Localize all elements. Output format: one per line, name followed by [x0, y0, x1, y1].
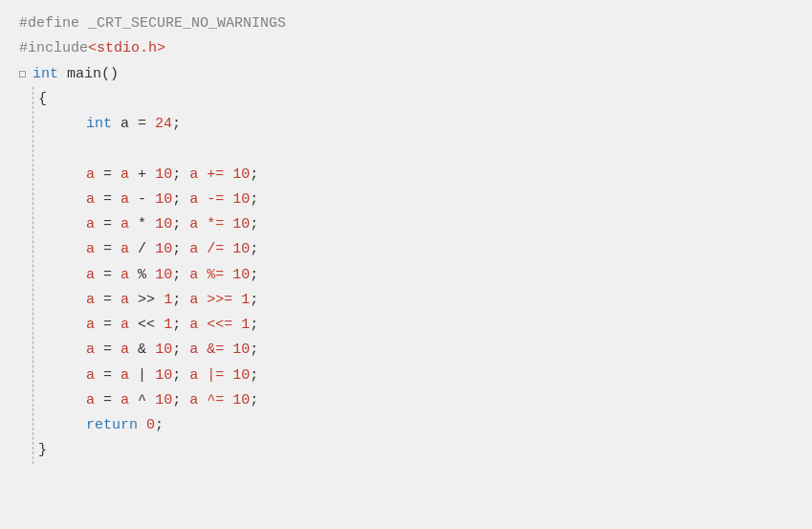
code-line-define: #define _CRT_SECURE_NO_WARNINGS [19, 11, 793, 36]
code-line-main: □int main() [19, 62, 793, 87]
code-line-op4: a = a / 10; a /= 10; [38, 237, 793, 262]
op-text-1: a = a + 10; a += 10; [86, 166, 258, 183]
fn-main: main() [58, 66, 119, 82]
op-text-9: a = a | 10; a |= 10; [86, 367, 258, 384]
decl-rest: a = 24; [112, 116, 181, 132]
op-text-10: a = a ^ 10; a ^= 10; [86, 392, 258, 408]
code-line-op5: a = a % 10; a %= 10; [38, 263, 793, 288]
kw-return: return [86, 417, 138, 433]
op-text-2: a = a - 10; a -= 10; [86, 191, 258, 208]
op-text-7: a = a << 1; a <<= 1; [86, 317, 258, 333]
include-header: <stdio.h> [88, 40, 165, 56]
code-line-op10: a = a ^ 10; a ^= 10; [38, 388, 793, 413]
main-body-code: { int a = 24; a = a + 10; a += 10; a = a… [38, 87, 793, 464]
vline-container [19, 87, 38, 464]
code-line-op1: a = a + 10; a += 10; [38, 163, 793, 187]
code-line-op3: a = a * 10; a *= 10; [38, 212, 793, 237]
code-line-op6: a = a >> 1; a >>= 1; [38, 288, 793, 313]
code-line-op7: a = a << 1; a <<= 1; [38, 313, 793, 338]
code-editor: #define _CRT_SECURE_NO_WARNINGS #include… [0, 0, 812, 529]
code-line-include: #include<stdio.h> [19, 36, 793, 61]
op-text-8: a = a & 10; a &= 10; [86, 342, 258, 358]
preprocessor-define: #define _CRT_SECURE_NO_WARNINGS [19, 15, 286, 32]
code-line-op8: a = a & 10; a &= 10; [38, 338, 793, 363]
op-text-4: a = a / 10; a /= 10; [86, 241, 258, 257]
main-body-container: { int a = 24; a = a + 10; a += 10; a = a… [19, 87, 793, 464]
code-line-return: return 0; [38, 413, 793, 438]
code-line-decl: int a = 24; [38, 112, 793, 137]
code-line-op2: a = a - 10; a -= 10; [38, 187, 793, 212]
op-text-5: a = a % 10; a %= 10; [86, 267, 258, 283]
op-text-3: a = a * 10; a *= 10; [86, 216, 258, 232]
brace-close: } [38, 442, 47, 458]
return-value: 0; [138, 417, 164, 433]
code-line-empty1 [38, 137, 793, 162]
code-line-brace-close: } [38, 438, 793, 463]
vline [33, 87, 33, 464]
preprocessor-include: #include [19, 40, 88, 56]
kw-int-main: int [33, 66, 58, 82]
collapse-icon[interactable]: □ [19, 66, 31, 84]
kw-int-decl: int [86, 116, 112, 132]
op-text-6: a = a >> 1; a >>= 1; [86, 292, 258, 308]
brace-open: { [38, 91, 47, 107]
code-line-brace-open: { [38, 87, 793, 112]
code-line-op9: a = a | 10; a |= 10; [38, 364, 793, 388]
